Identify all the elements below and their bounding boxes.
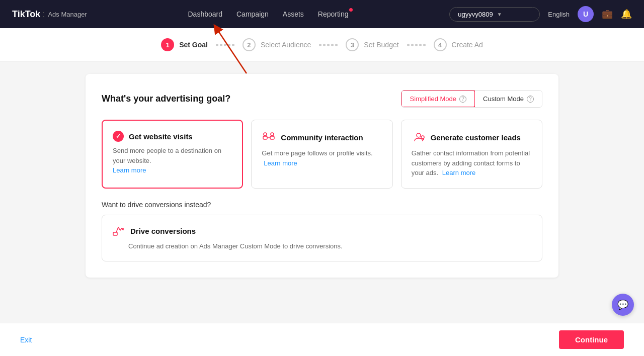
goal-card-desc-leads: Gather contact information from potentia… [412, 148, 532, 178]
step-3[interactable]: 3 Set Budget [346, 38, 398, 51]
svg-point-5 [417, 133, 421, 137]
dropdown-arrow-icon: ▼ [497, 12, 502, 17]
step-2-circle: 2 [243, 38, 256, 51]
goal-selected-check-icon: ✓ [113, 131, 124, 142]
card-header: What's your advertising goal? Simplified… [102, 90, 542, 108]
nav-dashboard[interactable]: Dashboard [188, 10, 223, 18]
dot [323, 44, 326, 46]
dot [220, 44, 222, 46]
leads-icon [412, 130, 426, 144]
step-4[interactable]: 4 Create Ad [434, 38, 483, 51]
goal-card-title-leads: Generate customer leads [412, 130, 532, 144]
chat-bubble-button[interactable]: 💬 [612, 294, 634, 316]
reporting-dot [349, 8, 353, 12]
brand-logo[interactable]: TikTok : Ads Manager [12, 9, 87, 20]
conversion-card[interactable]: Drive conversions Continue ad creation o… [102, 215, 542, 262]
community-icon [262, 130, 276, 144]
continue-button[interactable]: Continue [559, 330, 624, 349]
nav-assets[interactable]: Assets [283, 10, 304, 18]
svg-rect-0 [263, 136, 267, 139]
dot [415, 44, 418, 46]
custom-mode-button[interactable]: Custom Mode ? [475, 91, 542, 107]
dot [232, 44, 234, 46]
dot [407, 44, 410, 46]
step-4-label: Create Ad [452, 41, 483, 49]
dot [331, 44, 334, 46]
step-2-label: Select Audience [261, 41, 311, 49]
page-title: What's your advertising goal? [102, 94, 230, 104]
steps-container: 1 Set Goal 2 Select Audience 3 Set Budge… [0, 28, 644, 62]
language-selector[interactable]: English [548, 11, 570, 18]
brand-separator: : [42, 9, 45, 20]
step-dots-2 [319, 44, 338, 46]
dot [216, 44, 218, 46]
conversions-title: Want to drive conversions instead? [102, 201, 542, 209]
step-3-label: Set Budget [364, 41, 398, 49]
step-1-label: Set Goal [179, 41, 208, 49]
svg-point-4 [271, 133, 274, 136]
goal-card-leads[interactable]: Generate customer leads Gather contact i… [401, 120, 542, 189]
dot [319, 44, 321, 46]
conversions-section: Want to drive conversions instead? Drive… [102, 201, 542, 262]
conversion-card-title: Drive conversions [112, 225, 532, 237]
dot [224, 44, 226, 46]
step-2[interactable]: 2 Select Audience [243, 38, 311, 51]
notification-icon[interactable]: 🔔 [621, 9, 632, 20]
conversions-icon [112, 225, 124, 237]
goal-card-desc-community: Get more page follows or profile visits.… [262, 148, 382, 168]
svg-point-6 [421, 136, 424, 139]
dot [228, 44, 230, 46]
nav-reporting[interactable]: Reporting [318, 10, 349, 18]
simplified-mode-help-icon[interactable]: ? [459, 96, 466, 103]
dot [411, 44, 414, 46]
briefcase-icon[interactable]: 💼 [602, 9, 613, 20]
avatar[interactable]: U [578, 6, 594, 22]
navbar-right: ugyyvy0809 ▼ English U 💼 🔔 [449, 6, 632, 22]
brand-subtitle: Ads Manager [48, 11, 87, 18]
exit-button[interactable]: Exit [20, 336, 32, 344]
step-dots-3 [407, 44, 426, 46]
learn-more-website-link[interactable]: Learn more [113, 166, 146, 174]
footer-bar: Exit Continue [0, 323, 644, 356]
step-4-circle: 4 [434, 38, 447, 51]
main-content: What's your advertising goal? Simplified… [45, 62, 599, 318]
goal-card-desc-website-visits: Send more people to a destination on you… [113, 146, 232, 175]
learn-more-leads-link[interactable]: Learn more [442, 169, 475, 176]
dot [335, 44, 338, 46]
content-card: What's your advertising goal? Simplified… [86, 74, 558, 278]
goal-cards-grid: ✓ Get website visits Send more people to… [102, 120, 542, 189]
svg-rect-1 [270, 136, 274, 139]
goal-card-website-visits[interactable]: ✓ Get website visits Send more people to… [102, 120, 243, 189]
step-3-circle: 3 [346, 38, 359, 51]
svg-rect-7 [113, 232, 117, 235]
account-selector[interactable]: ugyyvy0809 ▼ [449, 7, 540, 22]
dot [327, 44, 330, 46]
goal-card-community[interactable]: Community interaction Get more page foll… [251, 120, 392, 189]
mode-toggle: Simplified Mode ? Custom Mode ? [401, 90, 542, 108]
navbar: TikTok : Ads Manager Dashboard Campaign … [0, 0, 644, 28]
goal-card-title-community: Community interaction [262, 130, 382, 144]
dot [423, 44, 426, 46]
svg-point-3 [264, 133, 267, 136]
conversion-desc: Continue ad creation on Ads Manager Cust… [112, 241, 532, 251]
nav-links: Dashboard Campaign Assets Reporting [103, 10, 434, 18]
goal-card-title-website-visits: ✓ Get website visits [113, 131, 232, 142]
step-1-circle: 1 [161, 38, 174, 51]
custom-mode-help-icon[interactable]: ? [527, 96, 534, 103]
steps-bar: 1 Set Goal 2 Select Audience 3 Set Budge… [0, 28, 644, 62]
step-dots-1 [216, 44, 234, 46]
step-1[interactable]: 1 Set Goal [161, 38, 208, 51]
learn-more-community-link[interactable]: Learn more [264, 159, 297, 167]
nav-campaign[interactable]: Campaign [236, 10, 269, 18]
dot [419, 44, 422, 46]
brand-tiktok: TikTok [12, 9, 40, 20]
simplified-mode-button[interactable]: Simplified Mode ? [401, 90, 476, 108]
